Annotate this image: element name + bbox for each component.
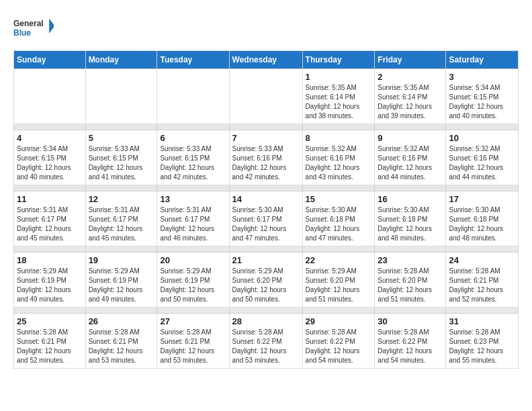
calendar-cell: 23Sunrise: 5:28 AM Sunset: 6:20 PM Dayli… — [375, 253, 446, 308]
calendar-cell: 14Sunrise: 5:30 AM Sunset: 6:17 PM Dayli… — [229, 191, 302, 246]
week-separator — [14, 246, 519, 253]
day-number: 23 — [378, 255, 443, 265]
calendar-cell: 21Sunrise: 5:29 AM Sunset: 6:20 PM Dayli… — [229, 253, 302, 308]
calendar-cell: 8Sunrise: 5:32 AM Sunset: 6:16 PM Daylig… — [302, 130, 375, 185]
day-number: 24 — [449, 255, 515, 265]
svg-text:Blue: Blue — [13, 28, 31, 38]
cell-content: Sunrise: 5:32 AM Sunset: 6:16 PM Dayligh… — [306, 144, 372, 182]
day-number: 31 — [449, 316, 515, 326]
cell-content: Sunrise: 5:28 AM Sunset: 6:22 PM Dayligh… — [378, 328, 443, 365]
day-number: 5 — [89, 133, 154, 143]
cell-content: Sunrise: 5:28 AM Sunset: 6:22 PM Dayligh… — [232, 328, 300, 365]
calendar-cell: 4Sunrise: 5:34 AM Sunset: 6:15 PM Daylig… — [14, 130, 86, 185]
cell-content: Sunrise: 5:31 AM Sunset: 6:17 PM Dayligh… — [17, 205, 83, 243]
day-number: 1 — [306, 72, 372, 82]
header-day-saturday: Saturday — [446, 51, 519, 69]
day-number: 13 — [160, 194, 226, 204]
cell-content: Sunrise: 5:30 AM Sunset: 6:18 PM Dayligh… — [449, 205, 515, 243]
cell-content: Sunrise: 5:34 AM Sunset: 6:15 PM Dayligh… — [449, 83, 515, 121]
svg-text:General: General — [13, 19, 44, 28]
calendar-cell — [229, 69, 302, 124]
calendar-cell: 12Sunrise: 5:31 AM Sunset: 6:17 PM Dayli… — [85, 191, 157, 246]
header-day-friday: Friday — [375, 51, 446, 69]
calendar-week-3: 11Sunrise: 5:31 AM Sunset: 6:17 PM Dayli… — [14, 191, 519, 246]
day-number: 2 — [378, 72, 443, 82]
calendar-cell: 25Sunrise: 5:28 AM Sunset: 6:21 PM Dayli… — [14, 314, 86, 369]
week-separator — [14, 124, 519, 130]
day-number: 19 — [89, 255, 154, 265]
cell-content: Sunrise: 5:28 AM Sunset: 6:20 PM Dayligh… — [378, 267, 443, 304]
calendar-cell: 15Sunrise: 5:30 AM Sunset: 6:18 PM Dayli… — [302, 191, 375, 246]
cell-content: Sunrise: 5:30 AM Sunset: 6:18 PM Dayligh… — [306, 205, 372, 243]
cell-content: Sunrise: 5:30 AM Sunset: 6:18 PM Dayligh… — [378, 205, 443, 243]
header-day-thursday: Thursday — [302, 51, 375, 69]
calendar-cell: 1Sunrise: 5:35 AM Sunset: 6:14 PM Daylig… — [302, 69, 375, 124]
week-separator — [14, 308, 519, 314]
cell-content: Sunrise: 5:28 AM Sunset: 6:23 PM Dayligh… — [449, 328, 515, 365]
cell-content: Sunrise: 5:32 AM Sunset: 6:16 PM Dayligh… — [378, 144, 443, 182]
day-number: 11 — [17, 194, 83, 204]
cell-content: Sunrise: 5:35 AM Sunset: 6:14 PM Dayligh… — [306, 83, 372, 121]
calendar-week-4: 18Sunrise: 5:29 AM Sunset: 6:19 PM Dayli… — [14, 253, 519, 308]
calendar-cell: 30Sunrise: 5:28 AM Sunset: 6:22 PM Dayli… — [375, 314, 446, 369]
day-number: 12 — [89, 194, 154, 204]
calendar-cell: 6Sunrise: 5:33 AM Sunset: 6:15 PM Daylig… — [157, 130, 229, 185]
day-number: 7 — [232, 133, 300, 143]
calendar-table: SundayMondayTuesdayWednesdayThursdayFrid… — [13, 50, 519, 369]
day-number: 10 — [449, 133, 515, 143]
calendar-week-2: 4Sunrise: 5:34 AM Sunset: 6:15 PM Daylig… — [14, 130, 519, 185]
day-number: 14 — [232, 194, 300, 204]
day-number: 3 — [449, 72, 515, 82]
calendar-week-1: 1Sunrise: 5:35 AM Sunset: 6:14 PM Daylig… — [14, 69, 519, 124]
cell-content: Sunrise: 5:29 AM Sunset: 6:19 PM Dayligh… — [160, 267, 226, 304]
calendar-body: 1Sunrise: 5:35 AM Sunset: 6:14 PM Daylig… — [14, 69, 519, 369]
day-number: 17 — [449, 194, 515, 204]
cell-content: Sunrise: 5:28 AM Sunset: 6:21 PM Dayligh… — [449, 267, 515, 304]
calendar-cell: 29Sunrise: 5:28 AM Sunset: 6:22 PM Dayli… — [302, 314, 375, 369]
calendar-cell: 2Sunrise: 5:35 AM Sunset: 6:14 PM Daylig… — [375, 69, 446, 124]
day-number: 26 — [89, 316, 154, 326]
calendar-cell — [157, 69, 229, 124]
day-number: 9 — [378, 133, 443, 143]
calendar-cell: 28Sunrise: 5:28 AM Sunset: 6:22 PM Dayli… — [229, 314, 302, 369]
day-number: 15 — [306, 194, 372, 204]
calendar-cell: 3Sunrise: 5:34 AM Sunset: 6:15 PM Daylig… — [446, 69, 519, 124]
cell-content: Sunrise: 5:28 AM Sunset: 6:22 PM Dayligh… — [306, 328, 372, 365]
day-number: 6 — [160, 133, 226, 143]
header-day-sunday: Sunday — [14, 51, 86, 69]
day-number: 20 — [160, 255, 226, 265]
cell-content: Sunrise: 5:28 AM Sunset: 6:21 PM Dayligh… — [89, 328, 154, 365]
calendar-header-row: SundayMondayTuesdayWednesdayThursdayFrid… — [14, 51, 519, 69]
day-number: 30 — [378, 316, 443, 326]
calendar-cell: 5Sunrise: 5:33 AM Sunset: 6:15 PM Daylig… — [85, 130, 157, 185]
day-number: 4 — [17, 133, 83, 143]
calendar-cell: 20Sunrise: 5:29 AM Sunset: 6:19 PM Dayli… — [157, 253, 229, 308]
cell-content: Sunrise: 5:32 AM Sunset: 6:16 PM Dayligh… — [449, 144, 515, 182]
calendar-cell: 7Sunrise: 5:33 AM Sunset: 6:16 PM Daylig… — [229, 130, 302, 185]
header-day-tuesday: Tuesday — [157, 51, 229, 69]
day-number: 29 — [306, 316, 372, 326]
day-number: 8 — [306, 133, 372, 143]
cell-content: Sunrise: 5:28 AM Sunset: 6:21 PM Dayligh… — [160, 328, 226, 365]
calendar-cell: 31Sunrise: 5:28 AM Sunset: 6:23 PM Dayli… — [446, 314, 519, 369]
cell-content: Sunrise: 5:29 AM Sunset: 6:20 PM Dayligh… — [232, 267, 300, 304]
day-number: 27 — [160, 316, 226, 326]
day-number: 28 — [232, 316, 300, 326]
calendar-cell — [14, 69, 86, 124]
cell-content: Sunrise: 5:29 AM Sunset: 6:19 PM Dayligh… — [89, 267, 154, 304]
calendar-cell: 9Sunrise: 5:32 AM Sunset: 6:16 PM Daylig… — [375, 130, 446, 185]
header-day-monday: Monday — [85, 51, 157, 69]
cell-content: Sunrise: 5:33 AM Sunset: 6:15 PM Dayligh… — [89, 144, 154, 182]
logo-svg: General Blue — [13, 13, 54, 44]
logo: General Blue — [13, 13, 54, 44]
calendar-cell: 18Sunrise: 5:29 AM Sunset: 6:19 PM Dayli… — [14, 253, 86, 308]
calendar-cell: 11Sunrise: 5:31 AM Sunset: 6:17 PM Dayli… — [14, 191, 86, 246]
cell-content: Sunrise: 5:33 AM Sunset: 6:15 PM Dayligh… — [160, 144, 226, 182]
day-number: 21 — [232, 255, 300, 265]
header-day-wednesday: Wednesday — [229, 51, 302, 69]
svg-marker-2 — [49, 19, 54, 34]
calendar-cell: 10Sunrise: 5:32 AM Sunset: 6:16 PM Dayli… — [446, 130, 519, 185]
cell-content: Sunrise: 5:28 AM Sunset: 6:21 PM Dayligh… — [17, 328, 83, 365]
cell-content: Sunrise: 5:35 AM Sunset: 6:14 PM Dayligh… — [378, 83, 443, 121]
calendar-cell: 13Sunrise: 5:31 AM Sunset: 6:17 PM Dayli… — [157, 191, 229, 246]
